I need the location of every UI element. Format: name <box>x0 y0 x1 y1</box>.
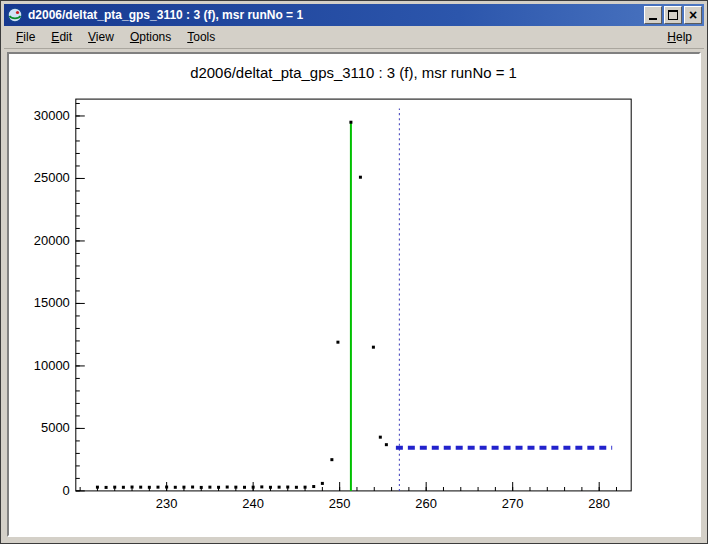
app-window: d2006/deltat_pta_gps_3110 : 3 (f), msr r… <box>0 0 708 544</box>
y-tick-label: 30000 <box>34 108 70 123</box>
y-tick-label: 15000 <box>34 295 70 310</box>
window-titlebar[interactable]: d2006/deltat_pta_gps_3110 : 3 (f), msr r… <box>4 4 704 26</box>
plot-title: d2006/deltat_pta_gps_3110 : 3 (f), msr r… <box>190 64 517 81</box>
menu-tools[interactable]: Tools <box>179 27 223 47</box>
x-tick-label: 250 <box>329 496 351 511</box>
y-tick-label: 25000 <box>34 170 70 185</box>
y-tick-label: 0 <box>63 483 70 498</box>
plot-frame <box>76 99 631 491</box>
x-tick-label: 240 <box>242 496 264 511</box>
y-tick-label: 5000 <box>41 420 70 435</box>
data-points <box>96 121 388 489</box>
minimize-button[interactable] <box>644 6 662 24</box>
close-icon: × <box>689 8 697 22</box>
maximize-button[interactable] <box>664 6 682 24</box>
menu-help[interactable]: Help <box>659 27 700 47</box>
minimize-icon <box>649 18 657 20</box>
app-icon <box>7 7 23 23</box>
plot-canvas[interactable]: d2006/deltat_pta_gps_3110 : 3 (f), msr r… <box>7 52 701 537</box>
axes-ticks <box>76 103 617 490</box>
close-button[interactable]: × <box>684 6 702 24</box>
x-tick-label: 280 <box>588 496 610 511</box>
y-tick-label: 10000 <box>34 358 70 373</box>
x-tick-label: 260 <box>415 496 437 511</box>
histogram-plot[interactable]: d2006/deltat_pta_gps_3110 : 3 (f), msr r… <box>9 54 699 535</box>
menu-options[interactable]: Options <box>122 27 179 47</box>
maximize-icon <box>668 10 678 20</box>
menu-edit[interactable]: Edit <box>43 27 80 47</box>
canvas-area: d2006/deltat_pta_gps_3110 : 3 (f), msr r… <box>4 49 704 540</box>
menu-view[interactable]: View <box>80 27 122 47</box>
menubar: FileEditViewOptionsToolsHelp <box>4 26 704 49</box>
x-tick-label: 230 <box>156 496 178 511</box>
y-tick-label: 20000 <box>34 233 70 248</box>
x-tick-label: 270 <box>502 496 524 511</box>
menu-file[interactable]: File <box>8 27 43 47</box>
window-title: d2006/deltat_pta_gps_3110 : 3 (f), msr r… <box>28 8 642 22</box>
